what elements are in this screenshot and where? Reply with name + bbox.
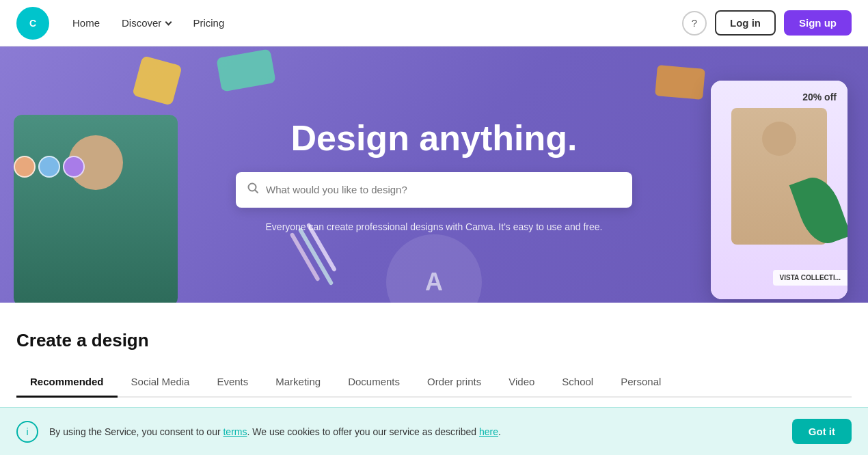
avatar-2: [38, 156, 60, 178]
tab-documents[interactable]: Documents: [334, 368, 413, 398]
hero-person-left-bg: [14, 115, 178, 303]
avatar-3: [63, 156, 85, 178]
tab-personal[interactable]: Personal: [607, 368, 675, 398]
navbar-actions: ? Log in Sign up: [682, 10, 852, 36]
tab-events[interactable]: Events: [203, 368, 262, 398]
hero-left-card: [14, 115, 178, 303]
canva-logo[interactable]: C: [16, 7, 49, 40]
cookie-text: By using the Service, you consent to our…: [49, 426, 781, 437]
design-tabs: Recommended Social Media Events Marketin…: [16, 368, 852, 398]
nav-pricing[interactable]: Pricing: [183, 12, 234, 34]
tab-order-prints[interactable]: Order prints: [413, 368, 495, 398]
search-icon: [247, 182, 259, 197]
svg-line-3: [256, 191, 258, 193]
hero-subtitle: Everyone can create professional designs…: [266, 221, 603, 232]
discover-chevron-icon: [165, 19, 172, 26]
person-face-detail: [762, 122, 796, 156]
tab-marketing[interactable]: Marketing: [262, 368, 334, 398]
help-button[interactable]: ?: [682, 11, 707, 36]
hero-content: Design anything. Everyone can create pro…: [236, 118, 632, 232]
design-search-input[interactable]: [266, 184, 621, 195]
nav-home[interactable]: Home: [63, 12, 109, 34]
tab-social-media[interactable]: Social Media: [118, 368, 204, 398]
cookie-banner: i By using the Service, you consent to o…: [0, 407, 868, 455]
create-design-title: Create a design: [16, 330, 852, 351]
avatar-1: [14, 156, 36, 178]
discount-badge: 20% off: [722, 92, 837, 102]
hero-right-phone-card: 20% off VISTA COLLECTI...: [711, 81, 847, 299]
navbar-links: Home Discover Pricing: [63, 12, 682, 34]
hero-decorative-card-3: [655, 65, 705, 100]
signup-button[interactable]: Sign up: [784, 10, 852, 36]
vista-collection-label: VISTA COLLECTI...: [773, 270, 847, 286]
cookie-accept-button[interactable]: Got it: [792, 419, 852, 444]
tab-recommended[interactable]: Recommended: [16, 368, 118, 398]
login-button[interactable]: Log in: [715, 10, 776, 36]
cookie-here-link[interactable]: here: [479, 426, 498, 437]
hero-avatars: [14, 156, 85, 178]
cookie-terms-link[interactable]: terms: [223, 426, 247, 437]
svg-text:C: C: [29, 17, 36, 28]
cookie-info-icon: i: [16, 421, 38, 443]
nav-discover[interactable]: Discover: [112, 12, 180, 34]
navbar: C Home Discover Pricing ? Log in Sign up: [0, 0, 868, 46]
hero-title: Design anything.: [291, 118, 578, 158]
hero-search-bar[interactable]: [236, 172, 632, 208]
tab-school[interactable]: School: [548, 368, 607, 398]
hero-section: A 20% off VISTA COLLECTI... Design anyth…: [0, 46, 868, 303]
tab-video[interactable]: Video: [495, 368, 548, 398]
